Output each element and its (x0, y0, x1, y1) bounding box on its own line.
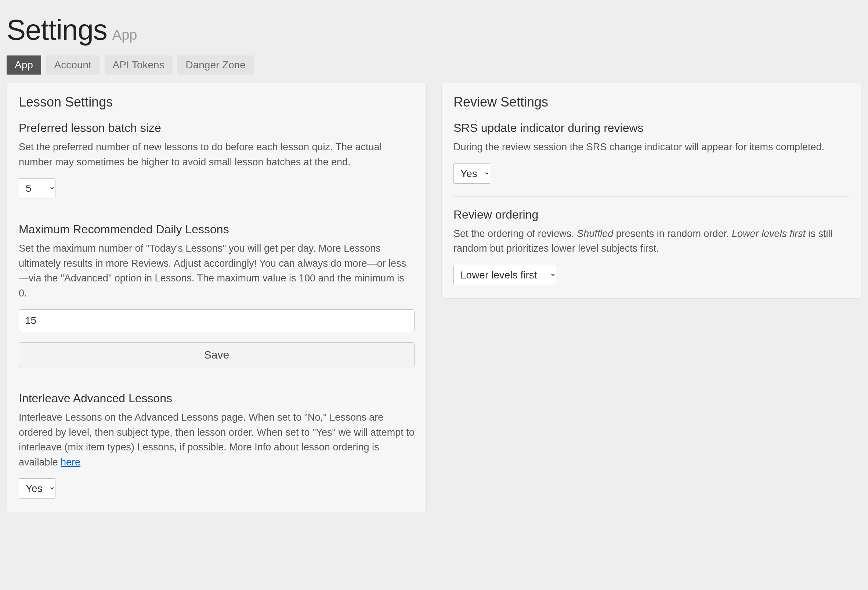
srs-indicator-field: SRS update indicator during reviews Duri… (453, 120, 849, 184)
ordering-desc-prefix: Set the ordering of reviews. (453, 228, 577, 239)
page-header: SettingsApp (7, 15, 861, 44)
max-daily-title: Maximum Recommended Daily Lessons (19, 222, 415, 237)
srs-indicator-desc: During the review session the SRS change… (453, 140, 849, 155)
srs-indicator-select[interactable]: Yes (453, 164, 490, 184)
interleave-title: Interleave Advanced Lessons (19, 390, 415, 406)
batch-size-select[interactable]: 5 (19, 178, 55, 198)
divider (453, 196, 849, 197)
review-settings-panel: Review Settings SRS update indicator dur… (441, 83, 861, 298)
divider (19, 211, 415, 211)
batch-size-field: Preferred lesson batch size Set the pref… (19, 120, 415, 198)
max-daily-desc: Set the maximum number of "Today's Lesso… (19, 241, 415, 300)
batch-size-title: Preferred lesson batch size (19, 120, 415, 136)
tab-app[interactable]: App (7, 55, 41, 75)
review-ordering-field: Review ordering Set the ordering of revi… (453, 207, 849, 285)
lesson-settings-title: Lesson Settings (19, 93, 415, 111)
ordering-emph-lower: Lower levels first (732, 228, 806, 239)
ordering-emph-shuffled: Shuffled (577, 228, 613, 239)
tab-api-tokens[interactable]: API Tokens (105, 55, 173, 75)
batch-size-desc: Set the preferred number of new lessons … (19, 140, 415, 169)
settings-page: SettingsApp App Account API Tokens Dange… (0, 0, 868, 525)
page-title: Settings (7, 15, 107, 44)
max-daily-input[interactable] (19, 309, 415, 332)
review-ordering-title: Review ordering (453, 207, 849, 223)
tab-danger-zone[interactable]: Danger Zone (177, 55, 253, 75)
tab-account[interactable]: Account (46, 55, 99, 75)
review-ordering-desc: Set the ordering of reviews. Shuffled pr… (453, 226, 849, 256)
review-settings-title: Review Settings (453, 93, 849, 111)
interleave-field: Interleave Advanced Lessons Interleave L… (19, 390, 415, 498)
ordering-desc-mid: presents in random order. (613, 228, 732, 239)
lesson-settings-panel: Lesson Settings Preferred lesson batch s… (7, 83, 427, 512)
review-ordering-select[interactable]: Lower levels first (453, 265, 556, 285)
interleave-select[interactable]: Yes (19, 478, 55, 498)
divider (19, 380, 415, 380)
settings-columns: Lesson Settings Preferred lesson batch s… (7, 83, 861, 512)
srs-indicator-title: SRS update indicator during reviews (453, 120, 849, 136)
interleave-desc: Interleave Lessons on the Advanced Lesso… (19, 410, 415, 470)
save-button[interactable]: Save (19, 342, 415, 367)
max-daily-field: Maximum Recommended Daily Lessons Set th… (19, 222, 415, 367)
interleave-here-link[interactable]: here (61, 457, 80, 468)
settings-tabs: App Account API Tokens Danger Zone (7, 55, 861, 75)
page-subtitle: App (112, 27, 137, 43)
